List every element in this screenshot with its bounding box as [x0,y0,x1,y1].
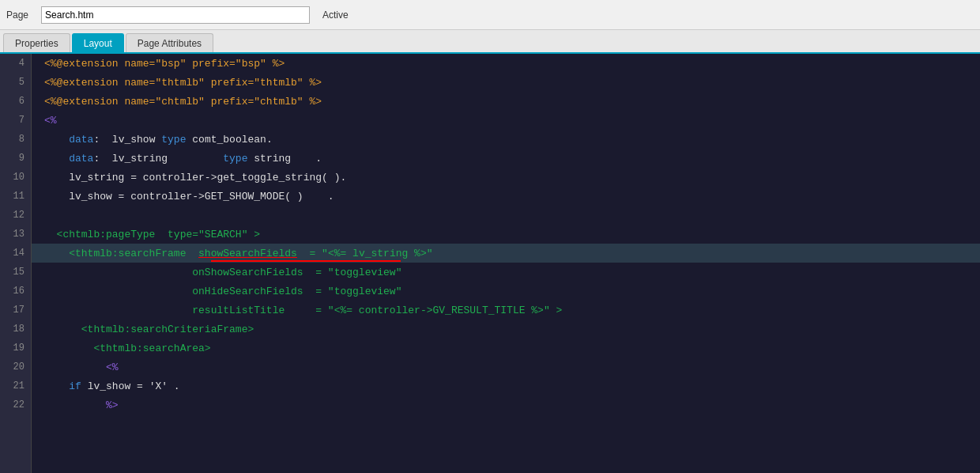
token: if [69,380,81,392]
editor-area: 4 5 6 7 8 9 10 11 12 13 14 15 16 17 18 1… [0,54,980,473]
line-num-14: 14 [0,244,31,263]
line-num-6: 6 [0,92,31,111]
token: lv_string = controller->get_toggle_strin… [44,172,346,184]
token: <thtmlb:searchFrame [44,248,198,259]
token: data [69,134,93,146]
line-num-10: 10 [0,168,31,187]
line-num-15: 15 [0,263,31,282]
token: comt_boolean. [186,134,272,146]
code-area[interactable]: <%@extension name="bsp" prefix="bsp" %> … [32,54,980,473]
page-label: Page [6,9,28,21]
token: <% [44,361,119,373]
token: data [69,153,93,165]
file-name-input[interactable] [41,6,310,24]
line-num-4: 4 [0,54,31,73]
code-line-16: onHideSearchFields = "toggleview" [32,282,980,301]
top-bar: Page Active [0,0,980,30]
code-line-14: <thtmlb:searchFrame showSearchFields = "… [32,244,980,263]
code-line-20: <% [32,358,980,377]
token: : lv_string [93,153,223,165]
token: <%@extension name="bsp" prefix="bsp" %> [44,58,285,70]
line-num-5: 5 [0,73,31,92]
code-line-12 [32,206,980,225]
code-line-9: data: lv_string type string . [32,149,980,168]
token: %> [44,399,119,411]
token: <%@extension name="chtmlb" prefix="chtml… [44,96,322,108]
token: lv_show = 'X' . [81,380,180,392]
code-line-15: onShowSearchFields = "toggleview" [32,263,980,282]
token: = "<%= lv_string %>" [297,248,433,259]
line-num-7: 7 [0,111,31,130]
tab-layout[interactable]: Layout [72,33,124,52]
token: lv_show = controller->GET_SHOW_MODE( ) . [44,191,334,202]
token: onShowSearchFields = "toggleview" [44,267,401,278]
token [44,153,69,165]
line-num-17: 17 [0,301,31,320]
token: <%@extension name="thtmlb" prefix="thtml… [44,77,322,89]
line-num-16: 16 [0,282,31,301]
code-line-13: <chtmlb:pageType type="SEARCH" > [32,225,980,244]
token-underlined: showSearchFields [198,248,297,259]
token: <chtmlb:pageType type="SEARCH" > [44,229,260,240]
line-num-20: 20 [0,358,31,377]
line-num-11: 11 [0,187,31,206]
code-line-11: lv_show = controller->GET_SHOW_MODE( ) . [32,187,980,206]
token: <thtmlb:searchArea> [44,342,211,354]
token [44,134,69,146]
line-num-22: 22 [0,395,31,414]
token: resultListTitle = "<%= controller->GV_RE… [44,305,562,316]
token: : lv_show [93,134,161,146]
line-num-12: 12 [0,206,31,225]
code-line-10: lv_string = controller->get_toggle_strin… [32,168,980,187]
tab-bar: Properties Layout Page Attributes [0,30,980,54]
code-line-7: <% [32,111,980,130]
token: type [223,153,247,165]
code-lines: <%@extension name="bsp" prefix="bsp" %> … [32,54,980,414]
line-num-9: 9 [0,149,31,168]
token: string . [247,153,322,165]
token: onHideSearchFields = "toggleview" [44,286,401,297]
line-numbers: 4 5 6 7 8 9 10 11 12 13 14 15 16 17 18 1… [0,54,32,473]
code-line-18: <thtmlb:searchCriteriaFrame> [32,320,980,339]
tab-page-attributes[interactable]: Page Attributes [126,33,213,52]
code-line-4: <%@extension name="bsp" prefix="bsp" %> [32,54,980,73]
line-num-21: 21 [0,377,31,395]
token: type [161,134,186,146]
token [44,380,69,392]
status-label: Active [322,9,349,21]
code-line-22: %> [32,395,980,414]
line-num-13: 13 [0,225,31,244]
code-line-6: <%@extension name="chtmlb" prefix="chtml… [32,92,980,111]
code-line-17: resultListTitle = "<%= controller->GV_RE… [32,301,980,320]
token: <% [44,115,57,127]
line-num-19: 19 [0,339,31,358]
line-num-8: 8 [0,130,31,149]
code-line-8: data: lv_show type comt_boolean. [32,130,980,149]
code-line-5: <%@extension name="thtmlb" prefix="thtml… [32,73,980,92]
token: <thtmlb:searchCriteriaFrame> [44,324,254,335]
tab-properties[interactable]: Properties [3,33,70,52]
code-line-19: <thtmlb:searchArea> [32,339,980,358]
code-line-21: if lv_show = 'X' . [32,377,980,395]
line-num-18: 18 [0,320,31,339]
red-underline-bar [211,260,401,262]
